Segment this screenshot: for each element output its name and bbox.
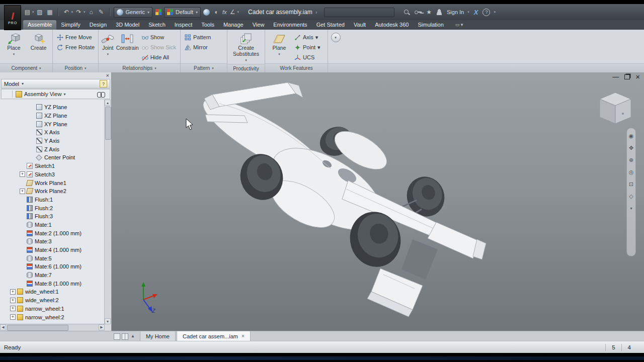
favorites-star-icon[interactable]: ★ (426, 9, 432, 16)
panel-label-relationships[interactable]: Relationships ▾ (99, 63, 180, 72)
tree-item[interactable]: Mate:5 (0, 254, 105, 262)
tab-assemble[interactable]: Assemble (23, 20, 56, 30)
browser-horizontal-scrollbar[interactable]: ◀ ▶ (0, 324, 105, 331)
tree-item[interactable]: XY Plane (0, 120, 105, 128)
tree-item[interactable]: Y Axis (0, 137, 105, 145)
zoom-icon[interactable]: ⊕ (629, 157, 633, 163)
close-icon[interactable]: × (106, 72, 109, 79)
tree-item[interactable]: Flush:1 (0, 196, 105, 204)
free-move-button[interactable]: Free Move (55, 32, 97, 42)
appearance-dropdown[interactable]: Default ▾ (164, 7, 201, 18)
adjust-icon[interactable]: ◐ (212, 8, 221, 17)
sign-in-button[interactable]: Sign In (447, 9, 464, 15)
pattern-button[interactable]: Pattern (183, 32, 213, 42)
tree-item[interactable]: Mate:8 (1.000 mm) (0, 279, 105, 288)
find-binoculars-icon[interactable] (97, 92, 105, 97)
tab-simulation[interactable]: Simulation (413, 20, 448, 30)
tree-item[interactable]: Flush:2 (0, 204, 105, 212)
scroll-right-icon[interactable]: ▶ (99, 324, 105, 330)
redo-icon[interactable]: ↷ (74, 8, 83, 17)
tree-item[interactable]: Mate:1 (0, 221, 105, 229)
view-cube[interactable] (599, 92, 632, 126)
home-icon[interactable]: ⌂ (87, 8, 96, 17)
axis-button[interactable]: Axis ▾ (292, 32, 323, 42)
tree-item[interactable]: Mate:2 (1.000 mm) (0, 229, 105, 237)
measure-icon[interactable]: ∠ (228, 8, 237, 17)
undo-icon[interactable]: ↶ (62, 8, 71, 17)
expander-icon[interactable]: + (10, 289, 16, 295)
expander-icon[interactable]: + (20, 189, 25, 194)
tile-windows-icon[interactable] (122, 333, 128, 340)
create-substitutes-button[interactable]: Create Substitutes ▾ (229, 31, 263, 63)
search-icon[interactable] (404, 9, 410, 16)
expand-tabs-icon[interactable]: ▲ (131, 334, 135, 338)
open-file-icon[interactable]: ▨ (36, 8, 44, 17)
show-sick-button[interactable]: Show Sick (140, 42, 178, 52)
material-dropdown[interactable]: Generic ▾ (114, 7, 153, 18)
tree-item[interactable]: Center Point (0, 153, 105, 162)
ucs-button[interactable]: UCS (292, 52, 323, 62)
panel-label-position[interactable]: Position ▾ (53, 63, 98, 72)
chevron-down-icon[interactable]: ▾ (630, 206, 632, 211)
scroll-left-icon[interactable]: ◀ (0, 324, 6, 330)
tab-autodesk-360[interactable]: Autodesk 360 (370, 20, 413, 30)
parameters-fx-icon[interactable]: fx (222, 9, 227, 15)
close-icon[interactable]: × (635, 73, 640, 80)
new-file-icon[interactable]: ▤ (23, 8, 32, 17)
tree-item[interactable]: Flush:3 (0, 212, 105, 221)
tab-environments[interactable]: Environments (269, 20, 311, 30)
help-icon[interactable]: ? (482, 9, 490, 16)
tree-item[interactable]: X Axis (0, 128, 105, 137)
expander-icon[interactable]: + (10, 298, 16, 303)
restore-icon[interactable] (624, 74, 630, 79)
orbit-icon[interactable]: ◎ (629, 169, 634, 175)
tab-tools[interactable]: Tools (197, 20, 219, 30)
constrain-button[interactable]: Constrain (116, 31, 139, 51)
panel-label-productivity[interactable]: Productivity (227, 64, 265, 72)
tree-item[interactable]: XZ Plane (0, 112, 105, 120)
user-icon[interactable] (436, 9, 442, 15)
tab-manage[interactable]: Manage (219, 20, 248, 30)
tab-my-home[interactable]: My Home (140, 331, 176, 341)
plane-button[interactable]: Plane ▾ (267, 31, 291, 57)
appearance-swatch-icon[interactable] (154, 8, 163, 17)
panel-label-work-features[interactable]: Work Features (265, 63, 328, 72)
tab-view[interactable]: View (248, 20, 269, 30)
tree-item[interactable]: Work Plane1 (0, 178, 105, 187)
tree-item[interactable]: YZ Plane (0, 103, 105, 112)
scroll-up-icon[interactable]: ▲ (105, 100, 111, 106)
browser-help-icon[interactable]: ? (100, 80, 107, 87)
full-navigation-wheel-icon[interactable]: ◉ (629, 133, 634, 139)
view-face-icon[interactable]: ◇ (629, 194, 633, 199)
scrollbar-thumb[interactable] (7, 325, 68, 331)
scrollbar-thumb[interactable] (105, 107, 111, 140)
place-button[interactable]: Place ▾ (2, 31, 26, 57)
close-icon[interactable]: × (242, 333, 245, 339)
look-at-icon[interactable]: ⊡ (629, 182, 633, 187)
tab-3d-model[interactable]: 3D Model (111, 20, 144, 30)
tree-item[interactable]: +Work Plane2 (0, 187, 105, 196)
tab-active-document[interactable]: Cadet car assem...iam × (177, 331, 251, 341)
panel-options-button[interactable]: ▾ (331, 33, 341, 42)
expander-icon[interactable]: + (20, 171, 25, 177)
browser-vertical-scrollbar[interactable]: ▲ ▼ (104, 100, 111, 324)
tree-item[interactable]: Mate:3 (0, 237, 105, 246)
tree-item[interactable]: +wide_wheel:1 (0, 288, 105, 296)
browser-grip[interactable]: × (0, 72, 111, 79)
tab-get-started[interactable]: Get Started (312, 20, 349, 30)
point-button[interactable]: Point ▾ (292, 42, 323, 52)
scroll-down-icon[interactable]: ▼ (105, 318, 111, 324)
mirror-button[interactable]: Mirror (183, 42, 213, 52)
tree-item[interactable]: +wide_wheel:2 (0, 296, 105, 305)
chevron-down-icon[interactable]: ▾ (84, 10, 86, 14)
joint-button[interactable]: Joint ▾ (101, 31, 115, 57)
tab-simplify[interactable]: Simplify (56, 20, 85, 30)
tree-item[interactable]: Z Axis (0, 145, 105, 153)
expander-icon[interactable]: + (10, 314, 16, 320)
graphics-viewport[interactable]: — × (112, 72, 644, 331)
pan-icon[interactable]: ✥ (629, 145, 633, 151)
tree-item[interactable]: +narrow_wheel:2 (0, 313, 105, 321)
chevron-down-icon[interactable]: ▾ (467, 10, 469, 14)
chevron-down-icon[interactable]: ▾ (237, 10, 239, 14)
show-button[interactable]: Show (140, 32, 178, 42)
